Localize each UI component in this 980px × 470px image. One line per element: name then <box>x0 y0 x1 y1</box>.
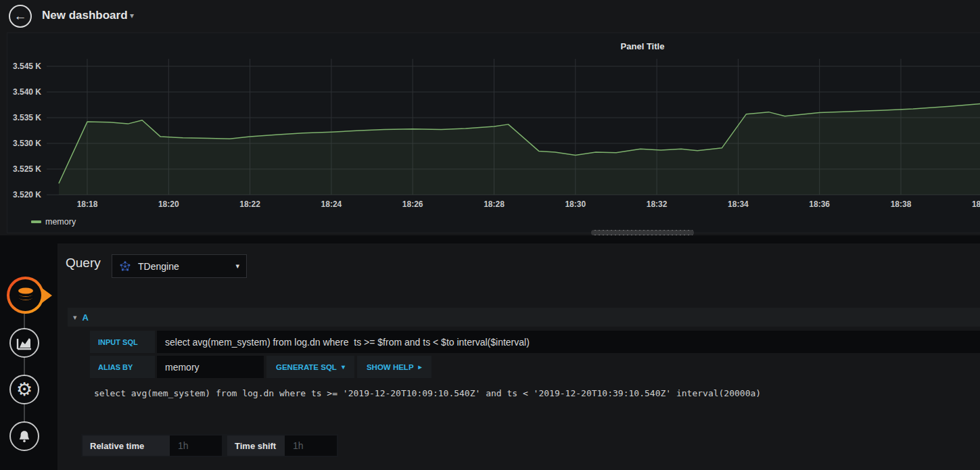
back-button[interactable]: ← <box>9 5 32 28</box>
tab-general[interactable]: ⚙ <box>9 375 39 404</box>
svg-text:3.520 K: 3.520 K <box>13 190 41 199</box>
generate-sql-button-label: GENERATE SQL <box>276 363 337 371</box>
show-help-button[interactable]: SHOW HELP ▸ <box>357 356 431 378</box>
caret-right-icon: ▸ <box>419 363 422 371</box>
graph-panel: Panel Title 3.520 K3.525 K3.530 K3.535 K… <box>7 32 980 233</box>
svg-text:18:18: 18:18 <box>77 199 98 209</box>
datasource-picker[interactable]: TDengine ▾ <box>112 254 247 278</box>
svg-text:18:34: 18:34 <box>728 199 749 209</box>
generated-sql-preview: select avg(mem_system) from log.dn where… <box>90 382 980 404</box>
query-editor-section: Query TDengine ▾ ▾ A <box>57 243 980 470</box>
legend-color-swatch <box>31 220 41 223</box>
svg-text:18:26: 18:26 <box>402 199 423 209</box>
tab-alert[interactable] <box>9 421 39 451</box>
svg-text:3.540 K: 3.540 K <box>13 87 41 97</box>
svg-text:18:28: 18:28 <box>484 199 505 209</box>
bell-icon <box>16 428 32 444</box>
collapse-caret-down-icon: ▾ <box>73 313 77 322</box>
svg-text:18:40: 18:40 <box>972 199 980 209</box>
svg-text:3.545 K: 3.545 K <box>13 62 41 71</box>
svg-text:3.530 K: 3.530 K <box>13 139 41 148</box>
query-editor-form: INPUT SQL ALIAS BY GENERATE SQL ▾ SHOW H… <box>90 331 980 381</box>
top-navbar: ← New dashboard ▾ <box>0 0 980 32</box>
svg-text:18:24: 18:24 <box>321 199 342 209</box>
query-row-header-a[interactable]: ▾ A <box>68 308 980 327</box>
legend-label: memory <box>45 217 76 227</box>
active-tab-pointer <box>42 288 52 303</box>
tab-visualization[interactable] <box>9 328 39 358</box>
time-series-chart[interactable]: 3.520 K3.525 K3.530 K3.535 K3.540 K3.545… <box>7 53 980 216</box>
svg-text:18:22: 18:22 <box>239 199 260 209</box>
time-options-row: Relative time Time shift <box>81 434 338 457</box>
input-sql-field[interactable] <box>157 331 980 353</box>
alias-by-label: ALIAS BY <box>90 356 155 378</box>
generate-sql-button[interactable]: GENERATE SQL ▾ <box>266 356 354 378</box>
time-shift-label: Time shift <box>227 436 285 456</box>
panel-resize-handle[interactable] <box>591 230 694 235</box>
dashboard-title[interactable]: New dashboard <box>42 9 128 22</box>
query-section-label: Query <box>66 256 101 271</box>
svg-text:3.535 K: 3.535 K <box>13 113 41 122</box>
datasource-name: TDengine <box>138 261 229 272</box>
svg-text:18:20: 18:20 <box>158 199 179 209</box>
datasource-caret-down-icon: ▾ <box>235 262 239 271</box>
graph-icon <box>16 335 33 351</box>
alias-by-row: ALIAS BY GENERATE SQL ▾ SHOW HELP ▸ <box>90 356 980 378</box>
tdengine-logo-icon <box>119 260 131 273</box>
relative-time-field[interactable] <box>170 436 222 456</box>
show-help-button-label: SHOW HELP <box>367 363 414 371</box>
back-arrow-icon: ← <box>14 9 27 24</box>
svg-text:18:30: 18:30 <box>565 199 586 209</box>
tab-queries[interactable] <box>7 277 44 314</box>
relative-time-label: Relative time <box>83 436 170 456</box>
input-sql-label: INPUT SQL <box>90 331 155 353</box>
gear-icon: ⚙ <box>16 381 32 399</box>
svg-text:3.525 K: 3.525 K <box>13 164 41 174</box>
database-icon <box>16 286 36 305</box>
time-shift-field[interactable] <box>285 436 337 456</box>
caret-down-icon: ▾ <box>342 363 345 371</box>
panel-title[interactable]: Panel Title <box>7 41 980 51</box>
svg-text:18:38: 18:38 <box>891 199 912 209</box>
svg-text:18:32: 18:32 <box>647 199 668 209</box>
input-sql-row: INPUT SQL <box>90 331 980 353</box>
alias-by-field[interactable] <box>157 356 264 378</box>
dashboard-caret-down-icon[interactable]: ▾ <box>130 11 134 20</box>
panel-edit-area: ⚙ Query <box>0 235 980 470</box>
query-ref-id: A <box>83 312 89 323</box>
svg-text:18:36: 18:36 <box>809 199 830 209</box>
legend-item-memory[interactable]: memory <box>31 217 76 227</box>
